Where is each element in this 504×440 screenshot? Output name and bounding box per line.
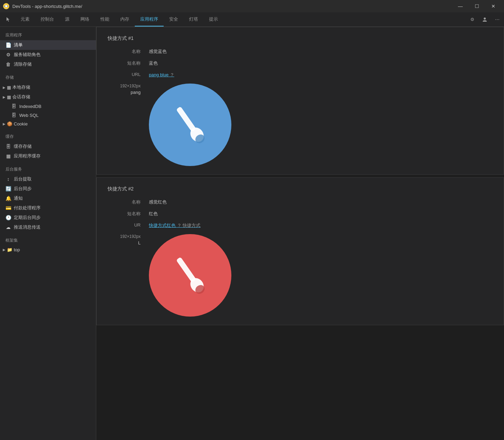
- shortcut2-url-text: 快捷方式红色: [149, 223, 176, 228]
- section-frames-title: 框架集: [0, 232, 96, 245]
- sidebar-item-notifications[interactable]: 🔔 通知: [0, 194, 96, 203]
- sidebar-item-service-workers[interactable]: ⚙ 服务辅助角色: [0, 50, 96, 59]
- tab-cursor[interactable]: [1, 12, 15, 26]
- payment-handler-label: 付款处理程序: [14, 205, 41, 211]
- settings-button[interactable]: ⚙: [467, 14, 478, 25]
- shortcut2-url-question: ？ 快捷方式: [177, 223, 201, 228]
- local-storage-arrow: ▶: [3, 86, 6, 89]
- shortcut1-url-label: URL: [108, 72, 149, 77]
- shortcut2-shortname-row: 短名称 红色: [108, 211, 493, 217]
- clear-storage-label: 清除存储: [14, 61, 32, 67]
- shortcut1-name-row: 名称 感觉蓝色: [108, 48, 493, 55]
- shortcut1-shortname-label: 短名称: [108, 60, 149, 66]
- tab-tools: ⚙ ⋯: [467, 12, 503, 26]
- tab-application[interactable]: 应用程序: [135, 12, 164, 26]
- tab-hints[interactable]: 提示: [204, 12, 223, 26]
- shortcut2-icon-name: L: [108, 240, 141, 245]
- shortcut1-shortname-row: 短名称 蓝色: [108, 60, 493, 66]
- svg-point-1: [5, 5, 7, 7]
- app-cache-label: 应用程序缓存: [14, 153, 41, 159]
- shortcut1-url-text: pang blue: [149, 72, 168, 77]
- push-messaging-label: 推送消息传送: [14, 224, 41, 230]
- shortcut1-icon-name: pang: [108, 90, 141, 95]
- sidebar-item-cache-storage[interactable]: 🗄 缓存存储: [0, 142, 96, 151]
- sidebar-item-clear-storage[interactable]: 🗑 清除存储: [0, 59, 96, 69]
- indexed-db-label: IndexedDB: [19, 104, 41, 109]
- shortcut1-name-label: 名称: [108, 48, 149, 55]
- shortcut2-name-label: 名称: [108, 199, 149, 205]
- periodic-sync-icon: 🕐: [6, 215, 11, 220]
- sidebar-item-cookie[interactable]: ▶ 🍪 Cookie: [0, 120, 96, 128]
- shortcut2-icon-meta: 192×192px L: [108, 234, 149, 245]
- sidebar-item-app-cache[interactable]: ▦ 应用程序缓存: [0, 151, 96, 161]
- shortcut2-url-value[interactable]: 快捷方式红色 ？ 快捷方式: [149, 222, 200, 229]
- payment-handler-icon: 💳: [6, 205, 11, 211]
- session-storage-arrow: ▶: [3, 95, 6, 99]
- sidebar-item-indexed-db[interactable]: 🗄 IndexedDB: [0, 102, 96, 111]
- minimize-button[interactable]: —: [452, 0, 468, 12]
- shortcut2-brush-svg: [163, 248, 218, 303]
- sidebar-item-background-sync[interactable]: 🔄 后台同步: [0, 184, 96, 194]
- title-bar-controls: — ☐ ✕: [452, 0, 501, 12]
- shortcut2-shortname-label: 短名称: [108, 211, 149, 217]
- sidebar-item-payment-handler[interactable]: 💳 付款处理程序: [0, 203, 96, 213]
- shortcut2-title: 快捷方式 #2: [108, 186, 493, 192]
- cache-storage-icon: 🗄: [6, 144, 11, 149]
- top-frame-icon: 📁: [7, 247, 12, 252]
- cache-storage-label: 缓存存储: [14, 143, 32, 150]
- shortcut1-url-value[interactable]: pang blue ？: [149, 72, 174, 78]
- section-application-title: 应用程序: [0, 27, 96, 40]
- tab-lighthouse[interactable]: 灯塔: [184, 12, 204, 26]
- manifest-label: 清单: [14, 42, 23, 48]
- close-button[interactable]: ✕: [485, 0, 501, 12]
- local-storage-label: 本地存储: [12, 84, 30, 90]
- sidebar-item-background-fetch[interactable]: ↕ 后台提取: [0, 174, 96, 184]
- shortcut2-url-label: UR: [108, 222, 149, 228]
- session-storage-label: 会话存储: [12, 94, 30, 100]
- local-storage-icon: ▦: [7, 85, 11, 90]
- tab-performance[interactable]: 性能: [95, 12, 115, 26]
- tab-memory[interactable]: 内存: [115, 12, 135, 26]
- shortcut2-name-value: 感觉红色: [149, 199, 167, 205]
- shortcut1-url-row: URL pang blue ？: [108, 72, 493, 78]
- shortcut1-icon-size: 192×192px: [108, 84, 141, 88]
- shortcut2-icon-preview: [149, 234, 231, 317]
- svg-point-2: [484, 18, 486, 20]
- shortcut1-shortname-value: 蓝色: [149, 60, 158, 66]
- tab-console[interactable]: 控制台: [35, 12, 59, 26]
- sidebar-item-session-storage[interactable]: ▶ ▦ 会话存储: [0, 92, 96, 102]
- shortcut-card-1: 快捷方式 #1 名称 感觉蓝色 短名称 蓝色 URL pang blue ？ 1…: [96, 27, 504, 175]
- content-area: 快捷方式 #1 名称 感觉蓝色 短名称 蓝色 URL pang blue ？ 1…: [96, 27, 504, 440]
- sidebar-item-local-storage[interactable]: ▶ ▦ 本地存储: [0, 82, 96, 92]
- sidebar-item-web-sql[interactable]: 🗄 Web SQL: [0, 111, 96, 120]
- clear-storage-icon: 🗑: [6, 62, 11, 67]
- service-workers-icon: ⚙: [6, 52, 11, 57]
- sidebar-item-manifest[interactable]: 📄 清单: [0, 40, 96, 50]
- title-bar: DevTools - app-shortcuts.glitch.me/ — ☐ …: [0, 0, 504, 12]
- top-frame-label: top: [14, 247, 20, 252]
- devtools-icon: [3, 3, 10, 10]
- shortcut-card-2: 快捷方式 #2 名称 感觉红色 短名称 红色 UR 快捷方式红色 ？ 快捷方式 …: [96, 177, 504, 325]
- top-frame-arrow: ▶: [3, 248, 6, 252]
- shortcut1-icon-preview: [149, 84, 231, 166]
- tab-network[interactable]: 网络: [75, 12, 95, 26]
- sidebar-item-top-frame[interactable]: ▶ 📁 top: [0, 245, 96, 254]
- title-bar-text: DevTools - app-shortcuts.glitch.me/: [12, 4, 450, 9]
- web-sql-icon: 🗄: [11, 112, 17, 118]
- shortcut1-brush-svg: [163, 97, 218, 152]
- main-layout: 应用程序 📄 清单 ⚙ 服务辅助角色 🗑 清除存储 存储 ▶ ▦ 本地存储 ▶ …: [0, 27, 504, 440]
- tab-sources[interactable]: 源: [59, 12, 75, 26]
- user-button[interactable]: [479, 14, 490, 25]
- maximize-button[interactable]: ☐: [469, 0, 485, 12]
- more-button[interactable]: ⋯: [492, 14, 503, 25]
- sidebar-item-push-messaging[interactable]: ☁ 推送消息传送: [0, 222, 96, 232]
- sidebar-item-periodic-sync[interactable]: 🕐 定期后台同步: [0, 213, 96, 222]
- shortcut2-name-row: 名称 感觉红色: [108, 199, 493, 205]
- manifest-icon: 📄: [6, 42, 11, 48]
- shortcut2-shortname-value: 红色: [149, 211, 158, 217]
- section-cache-title: 缓存: [0, 128, 96, 142]
- shortcut2-icon-size: 192×192px: [108, 234, 141, 239]
- web-sql-label: Web SQL: [19, 113, 39, 118]
- tab-elements[interactable]: 元素: [15, 12, 35, 26]
- tab-security[interactable]: 安全: [164, 12, 184, 26]
